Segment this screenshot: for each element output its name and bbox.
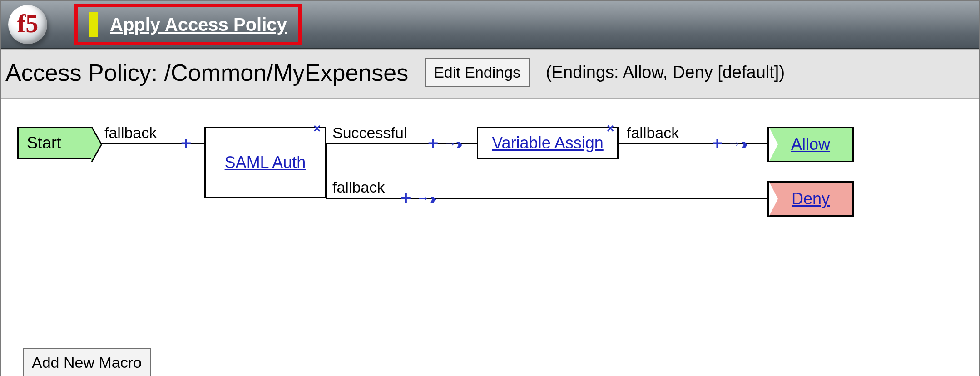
edge-label-saml-success: Successful bbox=[332, 124, 407, 142]
double-arrow-icon: ›› bbox=[456, 136, 459, 151]
add-node-fallback-branch[interactable]: + bbox=[401, 188, 411, 207]
bottom-bar: Add New Macro bbox=[1, 335, 979, 376]
edge-var-to-allow bbox=[619, 143, 768, 144]
apply-access-policy-highlight: Apply Access Policy bbox=[74, 4, 302, 45]
saml-auth-link[interactable]: SAML Auth bbox=[225, 153, 306, 172]
edge-label-saml-fallback: fallback bbox=[332, 178, 385, 196]
policy-canvas: Start fallback + SAML Auth × Successful … bbox=[1, 99, 979, 335]
arrow-icon: → bbox=[443, 137, 457, 150]
edge-saml-to-deny bbox=[326, 198, 768, 199]
start-node[interactable]: Start bbox=[17, 127, 92, 159]
pending-change-indicator-icon bbox=[89, 12, 98, 37]
double-arrow-icon: ›› bbox=[430, 190, 433, 206]
flag-notch-icon bbox=[769, 127, 778, 162]
arrow-icon: → bbox=[416, 191, 430, 205]
add-new-macro-button[interactable]: Add New Macro bbox=[23, 348, 151, 376]
saml-auth-node[interactable]: SAML Auth bbox=[204, 127, 326, 198]
start-node-cap-icon bbox=[91, 127, 101, 162]
edit-endings-button[interactable]: Edit Endings bbox=[425, 58, 530, 87]
start-node-label: Start bbox=[27, 134, 61, 153]
add-node-success-branch[interactable]: + bbox=[428, 134, 438, 152]
top-bar: f5 Apply Access Policy bbox=[1, 1, 979, 49]
allow-ending-link[interactable]: Allow bbox=[791, 135, 830, 154]
double-arrow-icon: ›› bbox=[741, 136, 744, 151]
apply-access-policy-link[interactable]: Apply Access Policy bbox=[110, 15, 287, 35]
edge-label-start-fallback: fallback bbox=[104, 124, 157, 142]
delete-variable-assign-icon[interactable]: × bbox=[607, 122, 614, 135]
edge-saml-branch-down bbox=[326, 143, 327, 198]
delete-saml-auth-icon[interactable]: × bbox=[313, 122, 321, 135]
endings-summary: (Endings: Allow, Deny [default]) bbox=[546, 63, 785, 82]
add-node-after-start[interactable]: + bbox=[181, 134, 191, 152]
deny-ending[interactable]: Deny bbox=[767, 181, 854, 217]
f5-logo-icon: f5 bbox=[8, 5, 47, 44]
arrow-icon: → bbox=[728, 137, 741, 150]
add-node-before-allow[interactable]: + bbox=[712, 134, 723, 152]
title-bar: Access Policy: /Common/MyExpenses Edit E… bbox=[1, 49, 979, 99]
variable-assign-link[interactable]: Variable Assign bbox=[492, 134, 603, 153]
deny-ending-link[interactable]: Deny bbox=[792, 189, 830, 208]
page-title: Access Policy: /Common/MyExpenses bbox=[5, 59, 408, 86]
app-frame: f5 Apply Access Policy Access Policy: /C… bbox=[0, 0, 980, 376]
variable-assign-node[interactable]: Variable Assign bbox=[477, 127, 619, 159]
flag-notch-icon bbox=[769, 181, 778, 217]
allow-ending[interactable]: Allow bbox=[767, 127, 854, 162]
edge-label-var-fallback: fallback bbox=[627, 124, 679, 142]
